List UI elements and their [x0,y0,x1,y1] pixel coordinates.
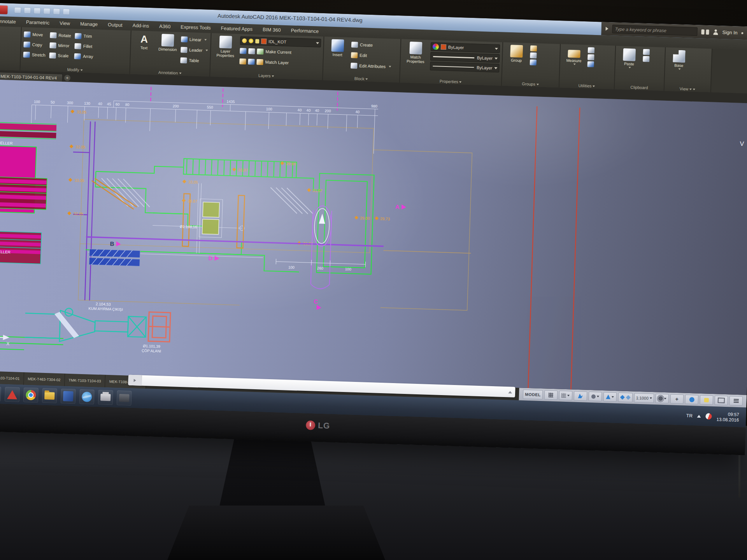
new-drawing-tab-icon[interactable]: + [64,75,70,81]
layer-lock-icon[interactable] [255,39,259,43]
taskbar-clock[interactable]: 09:57 13.08.2016 [716,411,739,423]
customization-menu-button[interactable] [729,396,743,406]
taskbar-app-window-icon[interactable] [117,390,132,406]
cut-icon[interactable] [643,49,650,55]
annotation-settings-button[interactable] [655,394,669,403]
layer-thaw-icon[interactable] [249,38,253,43]
group-manager-icon[interactable] [530,60,537,66]
quick-calc-icon[interactable] [587,54,594,60]
taskbar-browser-icon[interactable] [23,387,39,402]
color-combo-chevron-icon[interactable] [495,47,498,49]
model-space-button[interactable]: MODEL [523,390,543,400]
tab-view[interactable]: View [54,19,75,28]
table-button[interactable]: Table [180,56,208,66]
infocenter-collapse-icon[interactable] [606,27,608,31]
dynamic-input-toggle[interactable] [573,391,587,401]
taskbar-word-icon[interactable] [61,388,76,404]
layout-tab-3[interactable]: TMK-T103-T104-03 [65,374,105,387]
layer-properties-button[interactable]: Layer Properties [213,35,238,71]
object-color-combo[interactable]: ByLayer [431,42,500,53]
create-block-button[interactable]: Create [351,40,392,50]
edit-attributes-button[interactable]: Edit Attributes [351,61,391,71]
polar-tracking-toggle[interactable] [603,392,617,402]
make-current-button[interactable]: Make Current [240,46,321,58]
edit-block-button[interactable]: Edit [351,50,392,61]
grid-toggle[interactable] [544,390,558,400]
qat-undo-icon[interactable] [53,9,60,14]
layer-on-icon[interactable] [242,38,247,43]
object-snap-toggle[interactable] [618,392,633,402]
qat-save-icon[interactable] [34,8,40,14]
move-button[interactable]: Move [24,30,46,40]
tab-output[interactable]: Output [103,20,128,30]
panel-label-view[interactable]: View [665,86,710,92]
workspace-switch-button[interactable]: + [670,394,684,404]
tab-bim360[interactable]: BIM 360 [258,25,286,35]
id-point-icon[interactable] [587,61,594,67]
fillet-button[interactable]: Fillet [75,41,94,51]
panel-label-clipboard[interactable]: Clipboard [615,84,664,91]
group-edit-icon[interactable] [530,52,537,59]
tab-addins[interactable]: Add-ins [127,21,154,30]
clean-screen-button[interactable] [714,396,728,405]
match-layer-button[interactable]: Match Layer [239,56,321,68]
tab-parametric[interactable]: Parametric [21,18,54,28]
sign-in-button[interactable]: Sign In [722,30,737,35]
isolate-objects-button[interactable] [685,395,698,404]
linetype-combo[interactable]: ByLayer [430,62,500,73]
ortho-toggle[interactable] [588,392,602,401]
qat-open-icon[interactable] [24,8,30,13]
language-indicator[interactable]: TR [686,413,693,418]
autocad-app-button[interactable] [0,5,8,14]
tab-express-tools[interactable]: Express Tools [175,23,216,32]
quick-access-toolbar[interactable] [14,7,69,14]
linetype-chevron-icon[interactable] [494,67,497,69]
search-binoculars-icon[interactable] [701,29,709,35]
layer-combo-chevron-icon[interactable] [316,42,319,44]
dimension-button[interactable]: Dimension [156,34,179,70]
layer-color-swatch[interactable] [261,38,267,44]
snap-toggle[interactable] [559,391,572,401]
rotate-button[interactable]: Rotate [50,30,71,40]
tab-annotate[interactable]: Annotate [0,17,21,26]
leader-button[interactable]: Leader [181,45,208,55]
scale-button[interactable]: Scale [49,51,70,61]
command-history-chevron-icon[interactable] [508,391,512,393]
lineweight-combo[interactable]: ByLayer [430,52,500,63]
quick-select-icon[interactable] [588,47,594,53]
array-button[interactable]: Array [74,51,93,61]
tab-manage[interactable]: Manage [75,19,103,29]
tab-a360[interactable]: A360 [154,22,176,31]
taskbar-autocad-icon[interactable] [0,386,1,401]
lineweight-chevron-icon[interactable] [494,57,498,59]
tray-notification-icon[interactable] [705,412,713,420]
layout-tab-2[interactable]: MEK-T463-T304-02 [24,372,65,386]
base-button[interactable]: Base [667,50,691,86]
copy-clip-icon[interactable] [643,56,649,62]
tab-performance[interactable]: Performance [286,26,324,36]
qat-new-icon[interactable] [14,7,21,13]
insert-button[interactable]: Insert [326,39,349,75]
drawing-canvas[interactable]: smi] 100 [0,79,747,395]
measure-button[interactable]: Measure [562,46,586,82]
annotation-scale-button[interactable]: 1:1000 [634,393,654,403]
trim-button[interactable]: Trim [75,31,94,41]
taskbar-folder-icon[interactable] [42,388,57,403]
taskbar-printer-icon[interactable] [98,390,113,405]
stretch-button[interactable]: Stretch [23,50,46,60]
graphics-performance-button[interactable] [700,395,713,405]
layout-tab-1[interactable]: MEK-T103-T104-01 [0,371,24,385]
taskbar-alert-icon[interactable] [5,387,20,402]
copy-button[interactable]: Copy [23,40,46,50]
layer-combo[interactable]: IDL_KOT [240,36,321,47]
tray-expand-icon[interactable] [697,415,701,417]
match-properties-button[interactable]: Match Properties [403,42,429,77]
qat-redo-icon[interactable] [63,9,69,14]
group-button[interactable]: Group [504,45,528,80]
paste-button[interactable]: Paste [617,48,641,84]
linear-button[interactable]: Linear [181,35,209,45]
tab-featured-apps[interactable]: Featured Apps [216,24,258,33]
qat-plot-icon[interactable] [44,8,50,14]
taskbar-internet-explorer-icon[interactable] [79,389,95,404]
text-button[interactable]: A Text [133,33,155,69]
